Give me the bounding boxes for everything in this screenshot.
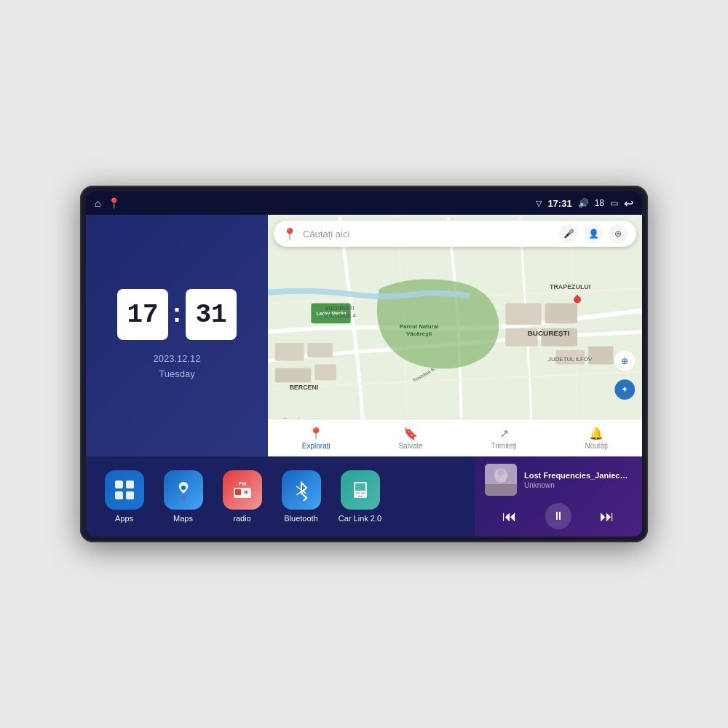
map-nav-share[interactable]: ↗ Trimiteți bbox=[491, 427, 517, 450]
play-pause-button[interactable]: ⏸ bbox=[545, 503, 571, 529]
svg-point-36 bbox=[245, 491, 247, 494]
svg-rect-43 bbox=[361, 492, 365, 494]
clock-panel: 17 : 31 2023.12.12 Tuesday bbox=[86, 215, 268, 456]
account-button[interactable]: 👤 bbox=[584, 224, 603, 243]
album-art bbox=[485, 464, 517, 496]
maps-label: Maps bbox=[173, 514, 193, 523]
svg-text:BERCENI: BERCENI bbox=[289, 384, 318, 391]
maps-pin-icon[interactable]: 📍 bbox=[108, 197, 120, 209]
svg-point-32 bbox=[181, 486, 186, 490]
svg-rect-7 bbox=[505, 304, 541, 325]
svg-text:TRAPEZULUI: TRAPEZULUI bbox=[550, 283, 590, 290]
prev-button[interactable]: ⏮ bbox=[496, 503, 523, 529]
radio-icon: FM bbox=[223, 470, 262, 510]
apps-label: Apps bbox=[115, 514, 133, 523]
clock-hours: 17 bbox=[117, 289, 168, 340]
car-display-device: ⌂ 📍 ▽ 17:31 🔊 18 ▭ ↩ 17 : 31 bbox=[80, 186, 648, 542]
svg-rect-6 bbox=[314, 365, 336, 381]
svg-text:Parcul Natural: Parcul Natural bbox=[400, 323, 439, 330]
time-display: 17:31 bbox=[547, 198, 571, 209]
app-item-maps[interactable]: Maps bbox=[159, 470, 207, 523]
svg-text:JUDEȚUL ILFOV: JUDEȚUL ILFOV bbox=[548, 356, 593, 363]
news-icon: 🔔 bbox=[589, 427, 604, 440]
map-nav-news[interactable]: 🔔 Noutăți bbox=[585, 427, 608, 450]
svg-rect-44 bbox=[358, 496, 363, 497]
music-top: Lost Frequencies_Janieck Devy-... Unknow… bbox=[485, 464, 632, 496]
bottom-area: Apps Maps bbox=[86, 456, 642, 537]
next-button[interactable]: ⏭ bbox=[594, 503, 620, 529]
clock-colon: : bbox=[173, 298, 181, 328]
saved-label: Salvate bbox=[398, 442, 422, 450]
svg-rect-31 bbox=[126, 491, 134, 499]
battery-icon: ▭ bbox=[610, 198, 618, 208]
map-search-bar[interactable]: 📍 Căutați aici 🎤 👤 ⊛ bbox=[274, 221, 636, 247]
signal-display: 18 bbox=[595, 198, 604, 208]
svg-rect-5 bbox=[275, 368, 311, 382]
svg-point-47 bbox=[497, 469, 505, 476]
apps-icon bbox=[105, 470, 144, 510]
svg-text:SECTORUL 4: SECTORUL 4 bbox=[324, 313, 355, 318]
status-bar-left: ⌂ 📍 bbox=[95, 197, 120, 209]
main-content: 17 : 31 2023.12.12 Tuesday bbox=[86, 215, 642, 456]
svg-rect-41 bbox=[355, 483, 365, 491]
app-item-apps[interactable]: Apps bbox=[100, 470, 148, 523]
app-item-carlink[interactable]: Car Link 2.0 bbox=[336, 470, 384, 523]
voice-search-button[interactable]: 🎤 bbox=[559, 224, 578, 243]
map-search-actions: 🎤 👤 ⊛ bbox=[559, 224, 628, 243]
explore-icon: 📍 bbox=[309, 427, 323, 440]
radio-label: radio bbox=[233, 514, 250, 523]
status-bar-right: ▽ 17:31 🔊 18 ▭ ↩ bbox=[536, 197, 633, 210]
map-panel[interactable]: Parcul Natural Văcărești bbox=[268, 215, 642, 456]
saved-icon: 🔖 bbox=[403, 427, 418, 440]
device-screen: ⌂ 📍 ▽ 17:31 🔊 18 ▭ ↩ 17 : 31 bbox=[86, 191, 642, 537]
map-nav-saved[interactable]: 🔖 Salvate bbox=[398, 427, 422, 450]
svg-rect-3 bbox=[275, 343, 304, 361]
svg-rect-34 bbox=[235, 489, 241, 495]
location-icon: ▽ bbox=[536, 199, 542, 208]
day-value: Tuesday bbox=[153, 367, 200, 382]
explore-label: Explorați bbox=[302, 442, 331, 450]
music-title: Lost Frequencies_Janieck Devy-... bbox=[524, 471, 632, 480]
app-item-radio[interactable]: FM radio bbox=[218, 470, 266, 523]
carlink-icon bbox=[341, 470, 380, 510]
home-icon[interactable]: ⌂ bbox=[95, 197, 100, 209]
date-value: 2023.12.12 bbox=[153, 352, 200, 367]
back-button[interactable]: ↩ bbox=[624, 197, 633, 210]
search-placeholder: Căutați aici bbox=[303, 229, 553, 240]
map-pin-icon: 📍 bbox=[282, 227, 297, 241]
svg-text:⊕: ⊕ bbox=[621, 356, 628, 366]
apps-dock: Apps Maps bbox=[86, 456, 475, 537]
map-bottom-nav: 📍 Explorați 🔖 Salvate ↗ Trimiteți 🔔 Nout… bbox=[268, 419, 642, 456]
svg-rect-30 bbox=[115, 491, 123, 499]
svg-rect-28 bbox=[115, 480, 123, 488]
svg-text:BUCUREȘTI: BUCUREȘTI bbox=[325, 306, 355, 312]
music-info: Lost Frequencies_Janieck Devy-... Unknow… bbox=[524, 471, 632, 489]
svg-rect-29 bbox=[126, 480, 134, 488]
svg-text:Văcărești: Văcărești bbox=[406, 331, 432, 337]
music-controls: ⏮ ⏸ ⏭ bbox=[485, 503, 632, 529]
album-art-image bbox=[485, 464, 517, 496]
volume-icon: 🔊 bbox=[578, 198, 589, 208]
clock-minutes: 31 bbox=[186, 289, 237, 340]
news-label: Noutăți bbox=[585, 442, 608, 450]
svg-rect-48 bbox=[485, 484, 517, 496]
carlink-label: Car Link 2.0 bbox=[339, 514, 381, 523]
maps-icon bbox=[164, 470, 203, 510]
bluetooth-label: Bluetooth bbox=[284, 514, 317, 523]
status-bar: ⌂ 📍 ▽ 17:31 🔊 18 ▭ ↩ bbox=[86, 191, 642, 215]
map-nav-explore[interactable]: 📍 Explorați bbox=[302, 427, 331, 450]
svg-text:BUCUREȘTI: BUCUREȘTI bbox=[528, 329, 570, 337]
app-item-bluetooth[interactable]: Bluetooth bbox=[277, 470, 325, 523]
svg-rect-8 bbox=[545, 304, 577, 324]
music-player: Lost Frequencies_Janieck Devy-... Unknow… bbox=[475, 456, 642, 537]
svg-rect-42 bbox=[356, 492, 360, 494]
svg-text:FM: FM bbox=[238, 481, 245, 486]
svg-rect-4 bbox=[307, 343, 333, 357]
svg-text:✦: ✦ bbox=[621, 384, 628, 395]
layers-button[interactable]: ⊛ bbox=[609, 224, 628, 243]
share-label: Trimiteți bbox=[491, 442, 517, 450]
share-icon: ↗ bbox=[499, 427, 509, 440]
music-artist: Unknown bbox=[524, 481, 632, 489]
date-display: 2023.12.12 Tuesday bbox=[153, 352, 200, 382]
clock-display: 17 : 31 bbox=[117, 289, 237, 340]
